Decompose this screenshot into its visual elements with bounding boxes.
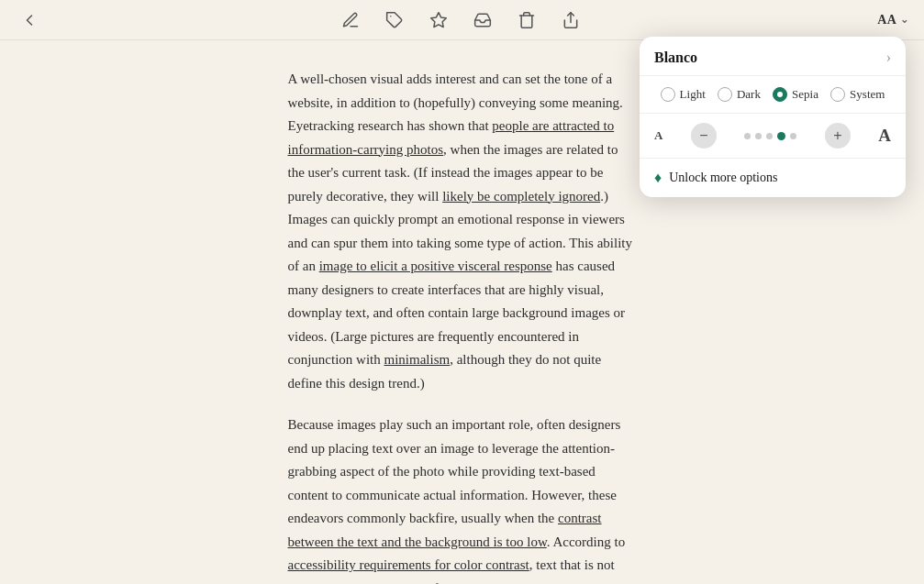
- trash-icon[interactable]: [514, 7, 540, 33]
- article-paragraph-2: Because images play such an important ro…: [288, 413, 637, 584]
- svg-marker-1: [431, 12, 447, 27]
- theme-dark-label: Dark: [737, 87, 761, 102]
- theme-light-label: Light: [680, 87, 706, 102]
- popup-chevron-icon[interactable]: ›: [886, 50, 891, 66]
- theme-dark-radio[interactable]: [718, 87, 732, 102]
- font-settings-button[interactable]: AA ⌄: [877, 13, 909, 28]
- link-visceral[interactable]: image to elicit a positive visceral resp…: [319, 259, 552, 273]
- theme-light-radio[interactable]: [661, 87, 675, 102]
- link-ignored[interactable]: likely be completely ignored: [442, 189, 600, 204]
- tag-icon[interactable]: [382, 7, 407, 33]
- theme-system-radio[interactable]: [830, 87, 845, 102]
- font-size-dot-3: [766, 133, 773, 139]
- inbox-icon[interactable]: [470, 7, 495, 33]
- diamond-icon: ♦: [654, 170, 662, 186]
- theme-system[interactable]: System: [830, 87, 885, 102]
- theme-sepia-label: Sepia: [792, 87, 818, 102]
- article-paragraph-1: A well-chosen visual adds interest and c…: [288, 68, 637, 395]
- aa-label: AA: [877, 13, 896, 28]
- font-size-row: A − + A: [640, 114, 906, 159]
- unlock-label: Unlock more options: [669, 171, 777, 185]
- font-size-dots: [744, 132, 796, 140]
- unlock-row[interactable]: ♦ Unlock more options: [640, 159, 906, 197]
- toolbar-left: [15, 6, 44, 35]
- pen-icon[interactable]: [338, 7, 363, 33]
- aa-chevron: ⌄: [900, 14, 909, 26]
- toolbar-center: [338, 7, 584, 33]
- link-minimalism[interactable]: minimalism: [384, 352, 451, 367]
- link-people-attracted[interactable]: people are attracted to information-carr…: [288, 118, 615, 157]
- theme-system-label: System: [850, 87, 885, 102]
- theme-dark[interactable]: Dark: [718, 87, 761, 102]
- toolbar: AA ⌄: [0, 0, 924, 40]
- back-button[interactable]: [15, 6, 44, 35]
- link-accessibility[interactable]: accessibility requirements for color con…: [288, 557, 529, 572]
- bookmark-icon[interactable]: [426, 7, 451, 33]
- toolbar-right: AA ⌄: [877, 13, 909, 28]
- popup-title: Blanco: [654, 50, 697, 66]
- font-size-dot-5: [790, 133, 796, 139]
- font-size-dot-2: [755, 133, 762, 139]
- font-size-dot-1: [744, 133, 751, 139]
- font-size-increase-button[interactable]: +: [825, 123, 851, 149]
- font-size-small-a: A: [654, 128, 662, 143]
- share-icon[interactable]: [558, 7, 584, 33]
- link-contrast[interactable]: contrast between the text and the backgr…: [288, 511, 602, 549]
- popup-header: Blanco ›: [640, 37, 906, 76]
- article-body: A well-chosen visual adds interest and c…: [270, 68, 655, 584]
- theme-sepia[interactable]: Sepia: [773, 87, 818, 102]
- font-size-large-a: A: [878, 126, 891, 146]
- popup-panel: Blanco › Light Dark Sepia System A −: [640, 37, 906, 197]
- theme-sepia-radio[interactable]: [773, 87, 787, 102]
- theme-selector: Light Dark Sepia System: [640, 76, 906, 114]
- font-size-decrease-button[interactable]: −: [691, 123, 717, 149]
- font-size-dot-4: [777, 132, 785, 140]
- theme-light[interactable]: Light: [661, 87, 706, 102]
